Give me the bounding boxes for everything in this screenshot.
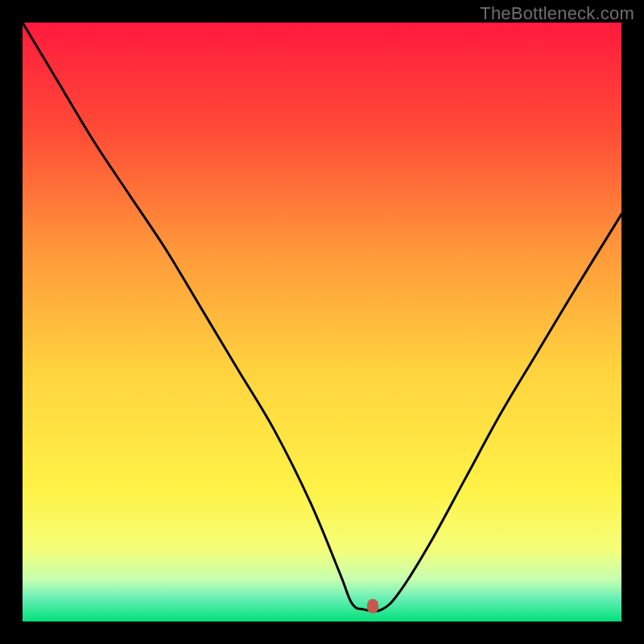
plot-area [23,23,621,621]
bottleneck-curve [23,23,621,621]
watermark-text: TheBottleneck.com [480,3,634,24]
chart-frame: TheBottleneck.com [0,0,644,644]
